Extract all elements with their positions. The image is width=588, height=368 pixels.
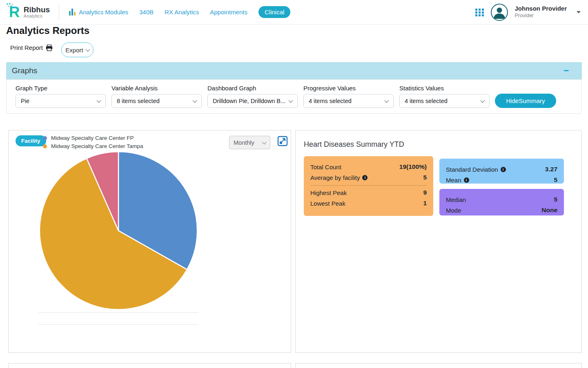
chevron-down-icon [384, 98, 389, 103]
dashboard-graph-label: Dashboard Graph [207, 85, 298, 92]
brand-name: Ribhus [24, 6, 50, 14]
expand-chart-icon[interactable] [277, 136, 288, 146]
printer-icon [46, 45, 53, 51]
chevron-down-icon [192, 98, 197, 103]
hide-summary-button[interactable]: HideSummary [495, 94, 556, 108]
user-role: Provider [514, 13, 567, 19]
chevron-down-icon [96, 98, 101, 103]
median-stat-box: Median 5 Mode None [439, 189, 564, 215]
stat-row: Standard Deviation i 3.27 [446, 166, 557, 173]
graph-type-label: Graph Type [16, 85, 106, 92]
bar-chart-icon [69, 9, 76, 16]
legend-dot-yellow-icon [43, 144, 47, 148]
info-icon[interactable]: i [362, 175, 368, 180]
chevron-down-icon [85, 47, 90, 52]
variable-analysis-select[interactable]: 8 items selected [111, 94, 202, 108]
facility-pie-card: Facility Midway Specialty Care Center FP… [8, 130, 291, 353]
statistics-values-select[interactable]: 4 items selected [399, 94, 490, 108]
next-row-card-right [295, 363, 582, 368]
stat-row: Lowest Peak 1 [310, 200, 427, 207]
nav-item-rx-analytics[interactable]: RX Analytics [165, 9, 199, 16]
main-nav: Analytics Modules 340B RX Analytics Appo… [69, 6, 290, 18]
brand-subtitle: Analytics [24, 13, 50, 18]
info-icon[interactable]: i [501, 167, 506, 172]
nav-item-appointments[interactable]: Appointments [210, 9, 247, 16]
legend-dot-blue-icon [43, 136, 47, 140]
info-icon[interactable]: i [464, 177, 469, 183]
chevron-down-icon [262, 139, 266, 144]
summary-card: Heart Diseases Summary YTD Total Count 1… [295, 130, 582, 353]
analytics-dashboard: R Ribhus Analytics Analytics Modules 340… [0, 0, 588, 368]
next-row-card-left [8, 363, 291, 368]
nav-item-analytics-modules[interactable]: Analytics Modules [69, 9, 128, 16]
stat-divider [310, 185, 427, 186]
person-icon [492, 5, 507, 20]
progressive-values-select[interactable]: 4 items selected [303, 94, 394, 108]
user-menu-caret-icon[interactable] [577, 11, 581, 13]
variable-analysis-label: Variable Analysis [111, 85, 202, 92]
progressive-values-label: Progressive Values [303, 85, 394, 92]
graphs-section-header[interactable]: Graphs − [6, 62, 582, 79]
nav-item-340b[interactable]: 340B [139, 9, 154, 16]
dashboard-graph-select[interactable]: Drilldown Pie, Drilldown B... [207, 94, 298, 108]
graph-type-select[interactable]: Pie [16, 94, 106, 108]
chevron-down-icon [288, 98, 293, 103]
top-nav-bar: R Ribhus Analytics Analytics Modules 340… [0, 0, 588, 25]
user-name: Johnson Provider [514, 5, 567, 13]
summary-title: Heart Diseases Summary YTD [304, 140, 404, 149]
legend-item-fp[interactable]: Midway Specialty Care Center FP [43, 135, 143, 141]
stat-row: Average by facility i 5 [310, 174, 427, 181]
period-select[interactable]: Monthly [229, 136, 270, 149]
collapse-icon[interactable]: − [564, 69, 569, 73]
user-avatar[interactable] [491, 4, 508, 21]
header-divider [59, 4, 59, 20]
page-title: Analytics Reports [6, 25, 89, 36]
statistics-values-label: Statistics Values [399, 85, 490, 92]
facility-legend-badge: Facility [16, 135, 46, 146]
apps-grid-icon[interactable] [475, 8, 484, 17]
nav-item-clinical-active[interactable]: Clinical [258, 6, 290, 18]
graphs-section-title: Graphs [12, 66, 37, 75]
graphs-controls-panel: Graph Type Pie Variable Analysis 8 items… [6, 79, 582, 114]
divider-line [38, 324, 198, 325]
facility-pie[interactable] [37, 149, 200, 312]
stat-row: Mode None [446, 206, 557, 214]
chevron-down-icon [480, 98, 485, 103]
deviation-stat-box: Standard Deviation i 3.27 Mean i 5 [439, 159, 564, 184]
stat-row: Mean i 5 [446, 176, 557, 184]
brand-logo[interactable]: R Ribhus Analytics [7, 4, 50, 20]
count-stat-box: Total Count 19(100%) Average by facility… [304, 156, 433, 216]
stat-row: Median 5 [446, 196, 557, 203]
logo-r-icon: R [7, 4, 20, 20]
stat-row: Total Count 19(100%) [310, 163, 427, 171]
divider-line [38, 312, 198, 313]
export-button[interactable]: Export [61, 43, 94, 57]
print-report-button[interactable]: Print Report [10, 44, 53, 51]
legend-item-tampa[interactable]: Midway Specialty Care Center Tampa [43, 143, 143, 149]
stat-row: Highest Peak 9 [310, 189, 427, 196]
